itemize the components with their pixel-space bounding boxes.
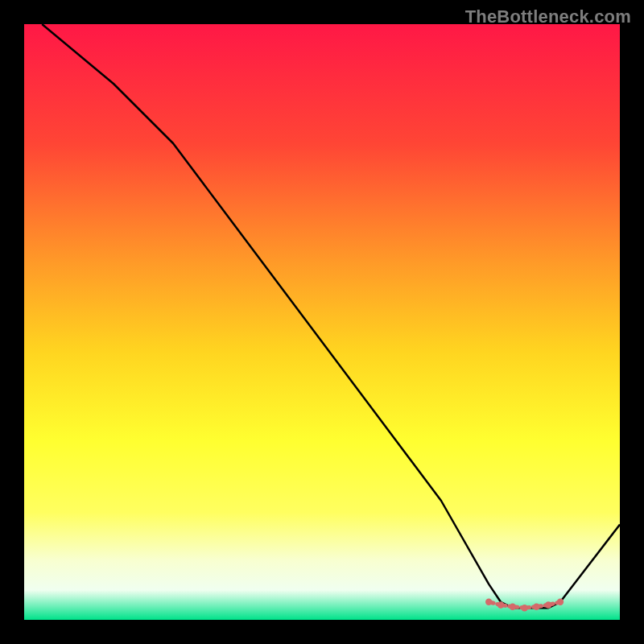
marker-dot (497, 601, 504, 608)
marker-dot (545, 601, 551, 608)
watermark-label: TheBottleneck.com (465, 6, 631, 27)
marker-dot (557, 599, 564, 605)
marker-dot (485, 599, 492, 605)
plot-svg (24, 24, 620, 620)
marker-dot (533, 604, 539, 610)
marker-dot (521, 605, 527, 611)
chart-frame: TheBottleneck.com (0, 0, 644, 644)
plot-area (24, 24, 620, 620)
marker-dot (510, 604, 516, 610)
gradient-background (24, 24, 620, 620)
